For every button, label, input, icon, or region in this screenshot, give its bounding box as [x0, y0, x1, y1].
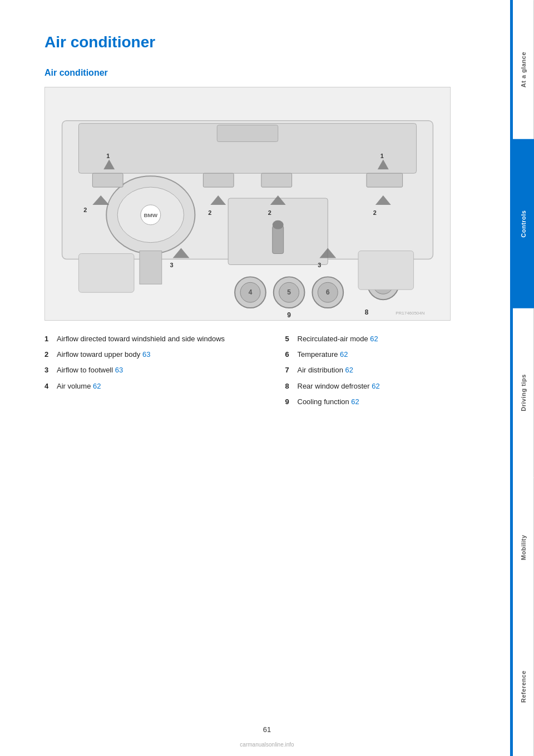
legend-item-3: 3 Airflow to footwell 63: [44, 365, 263, 375]
svg-text:2: 2: [208, 209, 211, 216]
sidebar-tab-label: At a glance: [520, 52, 527, 87]
legend-link-6[interactable]: 62: [340, 350, 348, 359]
svg-text:PR17460504N: PR17460504N: [395, 311, 424, 316]
legend-item-6: 6 Temperature 62: [285, 350, 504, 360]
legend-text-9: Cooling function 62: [298, 397, 359, 407]
svg-text:1: 1: [380, 153, 384, 159]
page-number: 61: [263, 725, 271, 734]
legend-link-4[interactable]: 62: [93, 382, 101, 390]
legend-link-3[interactable]: 63: [115, 366, 123, 374]
legend-left-column: 1 Airflow directed toward windshield and…: [44, 334, 263, 413]
section-title: Air conditioner: [44, 68, 503, 78]
svg-text:2: 2: [83, 207, 87, 213]
legend-link-2[interactable]: 63: [142, 350, 150, 359]
legend-text-8: Rear window defroster 62: [298, 381, 380, 391]
legend-text-5: Recirculated-air mode 62: [298, 334, 378, 344]
legend-num-5: 5: [285, 334, 298, 344]
svg-text:1: 1: [106, 153, 110, 159]
sidebar-tab-driving-tips[interactable]: Driving tips: [513, 308, 534, 478]
legend-link-5[interactable]: 62: [370, 335, 378, 343]
svg-point-11: [273, 220, 284, 229]
legend-link-7[interactable]: 62: [345, 366, 353, 374]
legend-item-5: 5 Recirculated-air mode 62: [285, 334, 504, 344]
legend-num-7: 7: [285, 365, 298, 375]
bottom-logo: carmanualsonline.info: [240, 742, 294, 748]
svg-rect-27: [203, 173, 234, 187]
page-title: Air conditioner: [44, 33, 503, 51]
svg-rect-29: [367, 173, 403, 187]
svg-rect-28: [261, 173, 292, 187]
air-conditioner-diagram: BMW 4 5 6: [44, 87, 451, 321]
svg-text:8: 8: [365, 308, 369, 316]
legend-text-3: Airflow to footwell 63: [57, 365, 123, 375]
svg-rect-46: [78, 254, 134, 293]
legend-item-9: 9 Cooling function 62: [285, 397, 504, 407]
sidebar-tab-reference[interactable]: Reference: [513, 617, 534, 756]
svg-rect-10: [273, 226, 284, 254]
svg-text:5: 5: [287, 288, 291, 296]
legend-item-1: 1 Airflow directed toward windshield and…: [44, 334, 263, 344]
legend-text-2: Airflow toward upper body 63: [57, 350, 150, 360]
svg-rect-26: [92, 173, 123, 187]
sidebar-tab-controls[interactable]: Controls: [513, 139, 534, 308]
active-section-indicator: [510, 0, 513, 756]
sidebar-tab-label: Driving tips: [520, 375, 527, 412]
legend-link-8[interactable]: 62: [372, 382, 379, 390]
legend-num-6: 6: [285, 350, 298, 360]
svg-text:9: 9: [287, 311, 291, 319]
legend-item-4: 4 Air volume 62: [44, 381, 263, 391]
sidebar-tab-label: Reference: [520, 670, 527, 703]
legend-link-9[interactable]: 62: [351, 397, 359, 406]
svg-rect-3: [217, 125, 278, 142]
legend-text-7: Air distribution 62: [298, 365, 353, 375]
legend-num-3: 3: [44, 365, 57, 375]
sidebar-tab-mobility[interactable]: Mobility: [513, 478, 534, 617]
legend: 1 Airflow directed toward windshield and…: [44, 334, 503, 413]
svg-text:2: 2: [268, 209, 271, 216]
legend-right-column: 5 Recirculated-air mode 62 6 Temperature…: [285, 334, 504, 413]
diagram-svg: BMW 4 5 6: [45, 87, 450, 320]
svg-text:3: 3: [318, 262, 321, 268]
svg-rect-8: [140, 251, 162, 284]
legend-text-6: Temperature 62: [298, 350, 348, 360]
main-content: Air conditioner Air conditioner BMW: [44, 33, 503, 457]
legend-item-2: 2 Airflow toward upper body 63: [44, 350, 263, 360]
svg-text:2: 2: [373, 209, 377, 216]
svg-rect-47: [358, 251, 414, 290]
sidebar: At a glance Controls Driving tips Mobili…: [513, 0, 534, 756]
legend-text-4: Air volume 62: [57, 381, 101, 391]
svg-text:BMW: BMW: [144, 212, 157, 218]
svg-text:3: 3: [170, 262, 174, 268]
svg-text:6: 6: [326, 288, 330, 296]
legend-num-2: 2: [44, 350, 57, 360]
legend-num-8: 8: [285, 381, 298, 391]
sidebar-tab-label: Controls: [520, 210, 527, 237]
sidebar-tab-at-a-glance[interactable]: At a glance: [513, 0, 534, 139]
sidebar-tab-label: Mobility: [520, 534, 527, 560]
legend-item-7: 7 Air distribution 62: [285, 365, 504, 375]
legend-text-1: Airflow directed toward windshield and s…: [57, 334, 225, 344]
legend-num-4: 4: [44, 381, 57, 391]
legend-num-1: 1: [44, 334, 57, 344]
legend-item-8: 8 Rear window defroster 62: [285, 381, 504, 391]
svg-text:4: 4: [249, 288, 253, 296]
legend-num-9: 9: [285, 397, 298, 407]
